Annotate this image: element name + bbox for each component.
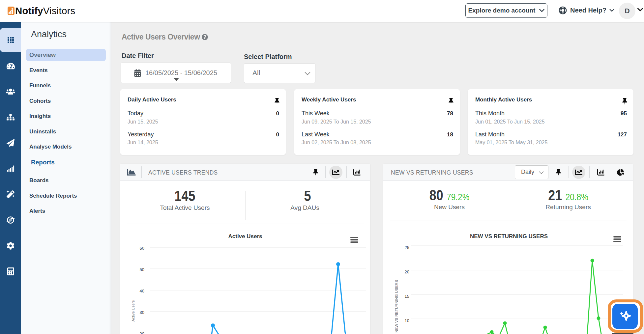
svg-text:15: 15 <box>405 294 409 299</box>
svg-text:20: 20 <box>405 269 409 274</box>
svg-text:60: 60 <box>140 246 144 251</box>
svg-text:40: 40 <box>140 289 144 293</box>
svg-text:25: 25 <box>405 245 409 250</box>
svg-text:30: 30 <box>140 310 144 315</box>
svg-text:50: 50 <box>140 267 144 272</box>
svg-text:10: 10 <box>405 318 409 323</box>
svg-text:20: 20 <box>140 331 144 334</box>
svg-text:NEW VS RETURNING USERS: NEW VS RETURNING USERS <box>395 280 398 333</box>
svg-text:Active Users: Active Users <box>131 300 135 321</box>
